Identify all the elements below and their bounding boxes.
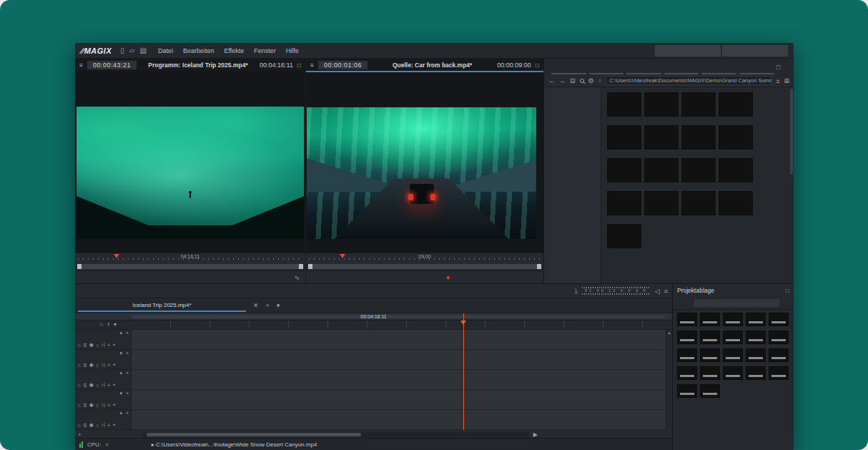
monitor-menu-icon[interactable]: ≡ — [310, 62, 314, 69]
monitor-menu-icon[interactable]: ≡ — [79, 62, 83, 69]
track-add-icon[interactable]: + — [126, 351, 129, 356]
browser-tab[interactable] — [739, 68, 774, 74]
timeline-view-button[interactable] — [644, 301, 654, 310]
track-header[interactable]: ▾ + ∩ S ◉ ↕ ◁ + ⌖ — [75, 330, 132, 350]
browser-tab[interactable] — [701, 68, 736, 74]
bin-item[interactable] — [699, 331, 721, 345]
mixer-icon[interactable]: ≡ — [664, 288, 668, 295]
program-ruler[interactable]: 04:16:11 — [75, 253, 305, 262]
sidebar-item[interactable] — [544, 136, 601, 147]
timeline-playhead[interactable] — [463, 313, 464, 430]
program-scrubber[interactable] — [75, 262, 305, 270]
timeline-track-lane[interactable] — [132, 330, 672, 350]
gear-icon[interactable]: ⚙ — [588, 77, 594, 84]
track-lock-icon[interactable]: ∩ — [77, 383, 81, 388]
sidebar-item[interactable] — [544, 102, 601, 113]
browser-tab[interactable] — [589, 68, 624, 74]
track-mute-icon[interactable]: ◁ — [101, 382, 104, 388]
source-ruler[interactable]: 09:00 — [306, 253, 543, 262]
track-target-icon[interactable]: ⌖ — [113, 342, 116, 348]
track-header[interactable]: ▾ + ∩ S ◉ ↕ ◁ + ⌖ — [75, 370, 132, 390]
program-video-stage[interactable] — [75, 71, 305, 253]
track-height-icon[interactable]: ↕ — [96, 343, 99, 348]
browser-tab[interactable] — [626, 68, 661, 74]
bin-item[interactable] — [699, 384, 721, 398]
timeline-vscrollbar[interactable]: ▴ — [666, 330, 672, 430]
track-mute-icon[interactable]: ◁ — [101, 342, 104, 348]
track-height-icon[interactable]: ↕ — [96, 423, 99, 428]
track-menu-icon[interactable]: ▾ — [119, 351, 122, 356]
timeline-track-lane[interactable] — [132, 390, 672, 410]
scroll-right-icon[interactable]: ▶ — [533, 431, 538, 438]
browser-tab[interactable] — [664, 68, 699, 74]
track-add-icon[interactable]: + — [126, 411, 129, 416]
track-target-icon[interactable]: ⌖ — [113, 382, 116, 388]
source-video-stage[interactable] — [306, 71, 543, 253]
sidebar-item[interactable] — [544, 90, 601, 102]
speaker-icon[interactable]: ◁ — [655, 288, 660, 295]
sidebar-item[interactable] — [544, 159, 601, 170]
track-add-icon[interactable]: + — [126, 331, 129, 336]
track-visibility-icon[interactable]: ◉ — [89, 402, 94, 408]
media-item[interactable]: ▶ [ ] ↲ — [606, 124, 643, 152]
add-project-icon[interactable]: + — [266, 302, 270, 309]
media-item[interactable]: ▶ [ ] ↲ — [606, 91, 643, 119]
track-visibility-icon[interactable]: ◉ — [89, 362, 94, 368]
track-mute-icon[interactable]: ◁ — [101, 422, 104, 428]
forward-icon[interactable]: → — [559, 77, 566, 84]
track-mute-icon[interactable]: ◁ — [101, 402, 104, 408]
project-tab[interactable]: Iceland Trip 2025.mp4* — [78, 299, 246, 312]
track-header[interactable]: ▾ + ∩ S ◉ ↕ ◁ + ⌖ — [75, 410, 132, 430]
track-lock-icon[interactable]: ∩ — [77, 363, 81, 368]
track-height-icon[interactable]: ↕ — [96, 403, 99, 408]
audio-level-icon[interactable]: ∿ — [294, 274, 300, 281]
back-icon[interactable]: ← — [548, 77, 555, 84]
track-record-icon[interactable]: + — [107, 343, 110, 348]
track-height-icon[interactable]: ↕ — [96, 363, 99, 368]
bin-item[interactable] — [676, 313, 699, 327]
detach-bin-icon[interactable]: □ — [786, 287, 789, 294]
track-record-icon[interactable]: + — [107, 423, 110, 428]
bin-item[interactable] — [676, 331, 699, 345]
timeline-track-lane[interactable] — [132, 370, 672, 390]
track-height-icon[interactable]: ↕ — [96, 383, 99, 388]
track-mute-icon[interactable]: ◁ — [101, 362, 104, 368]
media-item[interactable]: ▶ [ ] ↲ — [643, 91, 680, 119]
save-project-icon[interactable]: ▤ — [139, 47, 146, 54]
detach-monitor-icon[interactable]: □ — [297, 62, 301, 69]
media-item[interactable]: ▶ [ ] ↲ — [680, 124, 717, 152]
track-record-icon[interactable]: + — [107, 403, 110, 408]
browser-scrollbar[interactable] — [790, 89, 793, 175]
track-solo-icon[interactable]: S — [84, 403, 87, 408]
bin-item[interactable] — [721, 348, 744, 363]
track-lock-icon[interactable]: ∩ — [77, 343, 81, 348]
bin-item[interactable] — [721, 313, 744, 327]
record-button[interactable]: ● — [445, 273, 450, 281]
media-item[interactable]: ▶ [ ] ↲ — [643, 124, 680, 152]
bin-item[interactable] — [676, 384, 699, 398]
timeline-overview-bar[interactable]: 00:04:16:11 — [75, 313, 672, 321]
bin-item[interactable] — [744, 331, 767, 345]
menu-item[interactable]: Effekte — [224, 47, 244, 54]
bin-item[interactable] — [767, 366, 790, 381]
sidebar-item[interactable] — [544, 113, 601, 124]
bin-item[interactable] — [767, 348, 790, 363]
media-item[interactable]: ▶ [ ] ↲ — [680, 157, 717, 185]
timeline-ruler[interactable]: ∩ f ▾ — [75, 321, 672, 330]
new-project-icon[interactable]: ▯ — [120, 47, 124, 54]
program-video[interactable] — [77, 107, 304, 239]
menu-item[interactable]: Bearbeiten — [183, 47, 214, 54]
timeline-view-button[interactable] — [620, 301, 630, 310]
menu-item[interactable]: Fenster — [254, 47, 276, 54]
bin-search-input[interactable] — [694, 299, 779, 307]
track-target-icon[interactable]: ⌖ — [113, 362, 116, 368]
project-menu-icon[interactable]: ▾ — [277, 302, 280, 309]
detach-monitor-icon[interactable]: □ — [536, 62, 539, 69]
bin-item[interactable] — [744, 313, 767, 327]
media-item[interactable]: ▶ [ ] ↲ — [717, 124, 754, 152]
timeline-track-lane[interactable] — [132, 410, 672, 430]
media-item[interactable]: ▶ [ ] ↲ — [606, 190, 643, 218]
open-project-icon[interactable]: ▱ — [129, 47, 135, 54]
menu-item[interactable]: Hilfe — [286, 47, 299, 54]
bin-item[interactable] — [676, 366, 699, 381]
